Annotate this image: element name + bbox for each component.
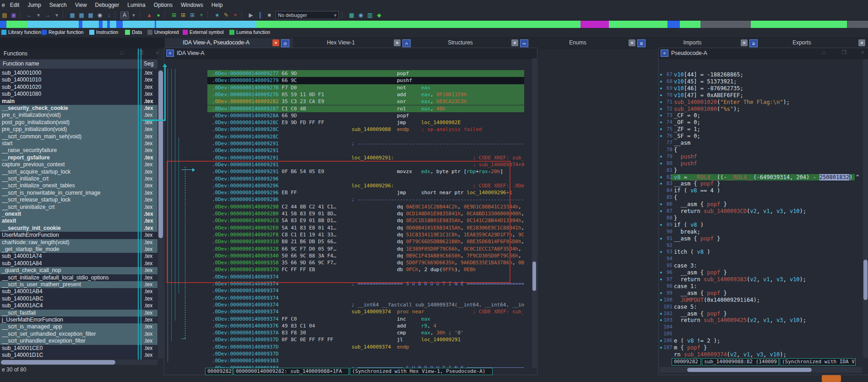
pseudocode-line[interactable]: rn sub_140009374(v2, v1, v3, v10);	[659, 351, 861, 358]
function-row[interactable]: __scrt_unhandled_exception_filter.tex	[0, 338, 157, 344]
function-row[interactable]: __scrt_common_main_seh(void).tex	[0, 133, 157, 140]
pseudocode-close-icon[interactable]: ×	[861, 49, 864, 55]
pseudocode-line[interactable]: 90 break;	[659, 229, 861, 235]
back-history-icon[interactable]: ▾	[34, 11, 43, 19]
pseudocode-line[interactable]: 71sub_140001020("Enter The Flag:\n");	[659, 99, 861, 106]
pseudocode-line[interactable]: 74_OF = 0;	[659, 119, 861, 126]
pseudocode-line[interactable]: 96 __asm { popf }	[659, 269, 861, 276]
navigate-forward-icon[interactable]: →	[43, 11, 52, 19]
pseudocode-line[interactable]: 77__asm	[659, 140, 861, 147]
jump-xref-icon[interactable]: ▦	[87, 11, 95, 19]
function-row[interactable]: sub_140001ABC.tex	[0, 295, 157, 302]
pseudocode-line[interactable]: 67v10[44] = -188268865;	[659, 71, 861, 78]
pseudocode-line[interactable]: 86 __asm { popf }	[659, 201, 861, 208]
disasm-line[interactable]: .0Dev:0000000140009340 50 66 9C B8 3A F4…	[207, 252, 524, 259]
tab-close-icon[interactable]: ✕	[511, 39, 518, 46]
function-row[interactable]: __security_check_cookie.tex	[0, 105, 157, 112]
disasm-line[interactable]: .0Dev:000000014000937D	[207, 350, 524, 357]
function-row[interactable]: __scrt_set_unhandled_exception_filter.te…	[0, 331, 157, 338]
disasm-line[interactable]: .0Dev:000000014000928C E9 9D FD FF FF jm…	[207, 119, 524, 126]
tab-close-icon[interactable]: ✕	[741, 39, 748, 46]
patch-icon[interactable]: ∗	[213, 11, 221, 19]
disasm-line[interactable]: .0Dev:0000000140009279 66 9C pushf	[207, 77, 524, 84]
menu-help[interactable]: Help	[207, 2, 227, 8]
navband-segment[interactable]	[99, 21, 103, 28]
disasm-line[interactable]: .0Dev:0000000140009383 ; ===============…	[207, 365, 524, 368]
disasm-line[interactable]: .0Dev:000000014000937D sub_140009374 end…	[207, 344, 524, 350]
lumina-icon[interactable]: ●	[154, 11, 163, 19]
stop-process-icon[interactable]: ■	[265, 11, 273, 19]
function-row[interactable]: __security_init_cookie.tex	[0, 225, 157, 232]
tab-type-icon[interactable]: ⇊	[749, 39, 758, 47]
tab-close-icon[interactable]: ✕	[272, 39, 279, 46]
tab-imports[interactable]: Imports✕⇊	[649, 38, 762, 48]
pseudocode-line[interactable]: 95case 3:	[659, 262, 861, 269]
navband-segment[interactable]	[580, 21, 609, 28]
search-icon[interactable]: ◉	[96, 11, 104, 19]
functions-column-header[interactable]: Function name Seg	[0, 60, 157, 69]
navband-segment[interactable]	[79, 21, 82, 28]
disasm-line[interactable]: ∨.0Dev:0000000140009374 FF C0 inc eax	[207, 316, 524, 322]
function-row[interactable]: sub_140001020.tex	[0, 84, 157, 91]
pseudocode-line[interactable]: 82v8 = __ROL4__((-__ROL4__(-649039314, 2…	[659, 174, 861, 181]
menu-file-truncated[interactable]: e	[0, 2, 6, 8]
menu-search[interactable]: Search	[45, 2, 71, 8]
function-row[interactable]: capture_previous_context.tex	[0, 161, 157, 168]
navband-segment[interactable]	[116, 21, 123, 28]
pseudocode-line[interactable]: 107m { popf }	[659, 344, 861, 351]
pseudocode-listing[interactable]: 67v10[44] = -188268865;68v10[45] = 51373…	[659, 59, 861, 358]
navband-segment[interactable]	[680, 21, 700, 28]
pseudocode-line[interactable]: 100 JUMPOUT(0x140009291i64);	[659, 297, 861, 304]
pseudocode-minimize-icon[interactable]: □	[822, 49, 825, 55]
menu-windows[interactable]: Windows	[177, 2, 207, 8]
create-code-icon[interactable]: ⊞	[170, 11, 178, 19]
disasm-line[interactable]: .0Dev:0000000140009374 ; ===============…	[207, 280, 524, 287]
menu-edit[interactable]: Edit	[6, 2, 24, 8]
menu-lumina[interactable]: Lumina	[123, 2, 149, 8]
pseudocode-line[interactable]: 97 return sub_140009383(v2, v1, v3, v10)…	[659, 276, 861, 283]
disasm-line[interactable]: .0Dev:0000000140009328 66 9C F7 D0 05 9F…	[207, 246, 524, 252]
function-row[interactable]: __scrt_acquire_startup_lock.tex	[0, 169, 157, 175]
disasm-line[interactable]: .0Dev:0000000140009298 C2 44 8B C2 41 C1…	[207, 203, 524, 210]
pseudocode-line[interactable]: 98case 1:	[659, 283, 861, 290]
pseudocode-line[interactable]: 79 pushf	[659, 153, 861, 160]
navigate-back-icon[interactable]: ←	[25, 11, 33, 19]
disasm-line[interactable]: .0Dev:0000000140009358 35 66 9D 66 9C F7…	[207, 259, 524, 266]
jump-next-icon[interactable]: ↓	[105, 11, 113, 19]
save-icon[interactable]: ▣	[10, 11, 18, 19]
disasm-line[interactable]: .0Dev:000000014000928A 66 9D popf	[207, 112, 524, 119]
function-row[interactable]: start.tex	[0, 140, 157, 147]
modules-icon[interactable]: ◆	[375, 11, 383, 19]
tab-ida-view-a-pseudocode-a[interactable]: IDA View-A, Pseudocode-A✕◎	[165, 38, 293, 48]
jump-address-icon[interactable]: ▦	[68, 11, 76, 19]
create-data-icon[interactable]: ⊞	[179, 11, 187, 19]
pseudocode-line[interactable]: 99 __asm { popf }	[659, 290, 861, 297]
function-row[interactable]: sub_140001A74.tex	[0, 253, 157, 260]
disasm-line[interactable]: .0Dev:0000000140009296 EB FF jmp short n…	[207, 189, 524, 196]
disasm-line[interactable]: .0Dev:0000000140009374	[207, 273, 524, 280]
pseudocode-line[interactable]: 106e ( v8 != 2 );	[659, 338, 861, 344]
pseudocode-line[interactable]: 91__asm { popf }	[659, 235, 861, 242]
navband-segment[interactable]	[156, 21, 256, 28]
function-row[interactable]: atexit.tex	[0, 218, 157, 224]
pseudocode-line[interactable]: 75_ZF = 1;	[659, 126, 861, 133]
debugger-select[interactable]: No debugger▾	[276, 11, 339, 19]
pseudocode-line[interactable]: 80 pushf	[659, 160, 861, 167]
disasm-line[interactable]: .0Dev:000000014000927B F7 D0 not eax	[207, 84, 524, 91]
disasm-line[interactable]: .0Dev:0000000140009370 FC FF FF EB db 0F…	[207, 266, 524, 273]
functions-splitter-line2[interactable]	[141, 49, 141, 365]
tab-enums[interactable]: Enums✕≣	[532, 38, 650, 48]
function-row[interactable]: pre_c_initialization(void).tex	[0, 112, 157, 119]
function-row[interactable]: __scrt_is_nonwritable_in_current_image.t…	[0, 190, 157, 196]
navband-segment[interactable]	[82, 21, 99, 28]
menu-view[interactable]: View	[71, 2, 91, 8]
pseudocode-line[interactable]: 101case 5:	[659, 304, 861, 311]
functions-vscrollbar[interactable]	[158, 70, 163, 359]
function-row[interactable]: UserMathErrorFunction.tex	[0, 232, 157, 239]
pause-process-icon[interactable]: ║	[256, 11, 264, 19]
disasm-line[interactable]: .0Dev:000000014000928C	[207, 133, 524, 140]
watches-icon[interactable]: ▥	[366, 11, 374, 19]
pseudocode-line[interactable]: 78{	[659, 147, 861, 153]
functions-close-icon[interactable]: ×	[156, 50, 158, 55]
disasm-line[interactable]: .0Dev:0000000140009291 ; ---------------…	[207, 140, 524, 147]
